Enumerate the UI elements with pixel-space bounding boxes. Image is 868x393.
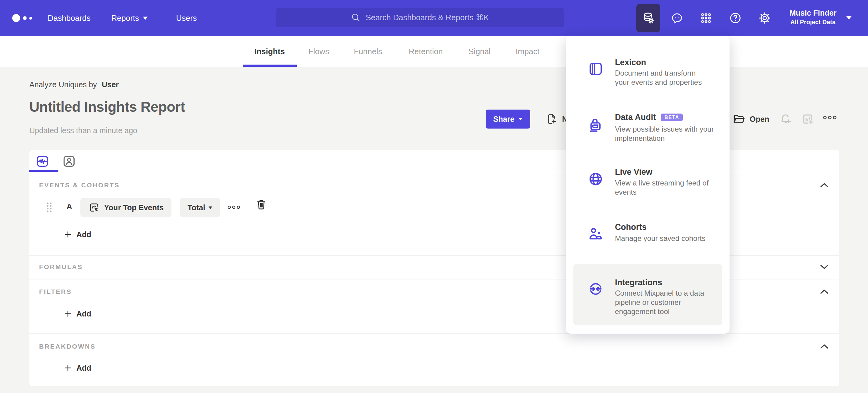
open-report-label: Open (750, 115, 769, 124)
breakdowns-section-label: BREAKDOWNS (39, 343, 96, 350)
logo-dot-medium (23, 16, 27, 20)
formulas-section-label: FORMULAS (39, 263, 83, 271)
tab-insights-label: Insights (254, 47, 285, 56)
share-button-label: Share (493, 115, 515, 124)
breadcrumb-value-dropdown[interactable]: User (102, 80, 119, 89)
settings-icon (758, 11, 771, 25)
plus-icon (64, 364, 72, 372)
tab-signal[interactable]: Signal (468, 36, 491, 67)
filters-collapse-chevron-up-icon[interactable] (819, 289, 829, 295)
feedback-icon (671, 11, 683, 25)
caret-down-icon (518, 118, 523, 120)
logo-dot-large (12, 14, 20, 22)
lexicon-icon (588, 61, 603, 77)
mixpanel-logo[interactable] (12, 0, 32, 36)
tab-insights[interactable]: Insights (254, 36, 285, 67)
share-button[interactable]: Share (486, 110, 530, 129)
tab-retention-label: Retention (409, 47, 442, 56)
project-name: Music Finder (782, 8, 843, 18)
event-row-delete-button[interactable] (255, 198, 267, 211)
apps-grid-icon (700, 11, 712, 25)
event-row-drag-handle[interactable] (45, 202, 54, 213)
data-management-icon (642, 11, 655, 25)
insights-chart-icon (35, 154, 50, 168)
tab-retention[interactable]: Retention (409, 36, 442, 67)
tab-impact[interactable]: Impact (516, 36, 539, 67)
project-scope: All Project Data (782, 18, 843, 26)
menu-item-title: Integrations (615, 278, 725, 287)
menu-item-desc: View a live streaming feed of events (615, 178, 728, 197)
breakdowns-collapse-chevron-up-icon[interactable] (819, 343, 829, 349)
add-breakdown-label: Add (76, 364, 91, 372)
feedback-button[interactable] (670, 11, 684, 25)
caret-down-icon (209, 206, 212, 209)
help-icon (728, 11, 742, 25)
panel-tab-events[interactable] (35, 154, 50, 168)
open-report-button[interactable]: Open (732, 110, 769, 129)
report-more-menu-button[interactable] (823, 114, 836, 127)
events-section-label: EVENTS & COHORTS (39, 181, 120, 189)
live-view-icon (588, 171, 603, 187)
event-row-more-button[interactable] (227, 204, 240, 210)
settings-button[interactable] (757, 11, 772, 25)
breadcrumb: Analyze Uniques byUser (29, 80, 119, 89)
panel-tab-profiles[interactable] (62, 154, 76, 168)
nav-users[interactable]: Users (176, 0, 197, 36)
caret-down-icon (143, 17, 148, 20)
data-management-button[interactable] (636, 4, 660, 32)
plus-icon (64, 230, 72, 239)
menu-item-desc: Manage your saved cohorts (615, 234, 728, 243)
help-button[interactable] (728, 11, 743, 25)
active-tab-underline (243, 64, 297, 67)
menu-item-desc: Connect Mixpanel to a data pipeline or c… (615, 289, 728, 316)
open-folder-icon (732, 112, 746, 126)
bell-plus-icon (779, 113, 792, 125)
nav-dashboards[interactable]: Dashboards (48, 0, 90, 36)
menu-item-title: Data Audit BETA (615, 113, 725, 122)
beta-badge: BETA (661, 114, 683, 121)
menu-item-desc: View possible issues with your implement… (615, 124, 728, 143)
events-collapse-chevron-up-icon[interactable] (819, 182, 829, 188)
top-navbar: Dashboards Reports Users Search Dashboar… (0, 0, 868, 36)
add-breakdown-button[interactable]: Add (64, 362, 91, 374)
more-options-icon (227, 204, 240, 210)
aggregation-dropdown[interactable]: Total (180, 198, 220, 217)
report-title[interactable]: Untitled Insights Report (29, 99, 185, 115)
report-updated-status: Updated less than a minute ago (29, 126, 137, 135)
nav-reports-label: Reports (111, 13, 139, 23)
add-event-button[interactable]: Add (64, 228, 91, 241)
menu-item-title: Live View (615, 167, 725, 177)
project-caret-icon[interactable] (846, 16, 852, 20)
cohorts-icon (588, 226, 603, 242)
create-alert-button[interactable] (779, 113, 792, 125)
data-management-menu: Lexicon Document and transform your even… (566, 36, 730, 334)
global-search-input[interactable]: Search Dashboards & Reports ⌘K (276, 8, 564, 27)
search-placeholder: Search Dashboards & Reports ⌘K (366, 13, 489, 22)
tab-funnels[interactable]: Funnels (354, 36, 382, 67)
tab-flows[interactable]: Flows (308, 36, 329, 67)
project-switcher[interactable]: Music Finder All Project Data (782, 8, 843, 26)
nav-users-label: Users (176, 13, 197, 23)
filters-section-label: FILTERS (39, 288, 72, 296)
menu-item-desc: Document and transform your events and p… (615, 68, 728, 87)
tab-funnels-label: Funnels (354, 47, 382, 56)
nav-reports[interactable]: Reports (111, 0, 148, 36)
add-event-label: Add (76, 230, 91, 239)
tab-flows-label: Flows (308, 47, 329, 56)
new-report-icon (546, 113, 558, 125)
breadcrumb-prefix: Analyze Uniques by (29, 80, 97, 89)
integrations-icon (588, 281, 603, 297)
formulas-expand-chevron-down-icon[interactable] (819, 264, 829, 270)
add-to-dashboard-button[interactable] (801, 113, 814, 125)
add-filter-button[interactable]: Add (64, 307, 91, 320)
event-select-button[interactable]: Your Top Events (81, 198, 172, 217)
nav-dashboards-label: Dashboards (48, 13, 90, 23)
event-name-label: Your Top Events (104, 203, 164, 212)
apps-grid-button[interactable] (699, 11, 713, 25)
menu-item-title: Cohorts (615, 223, 725, 232)
tab-impact-label: Impact (516, 47, 539, 56)
tab-signal-label: Signal (468, 47, 491, 56)
mixpanel-insights-screen: Dashboards Reports Users Search Dashboar… (0, 0, 868, 393)
data-audit-icon (588, 117, 603, 133)
plus-icon (64, 309, 72, 318)
